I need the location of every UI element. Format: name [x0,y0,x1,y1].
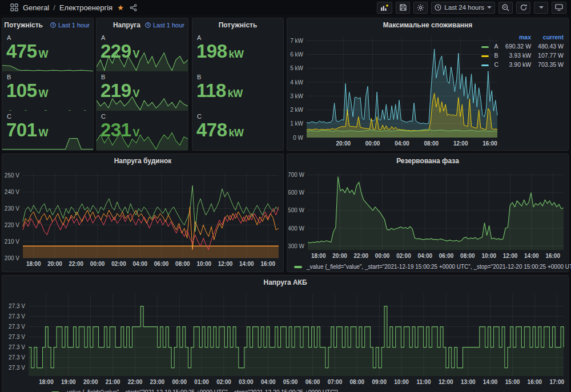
stat-value: 475W [6,41,48,62]
svg-text:12:00: 12:00 [453,140,468,147]
svg-text:10:00: 10:00 [481,253,496,259]
refresh-interval-button[interactable] [534,2,548,14]
svg-text:06:00: 06:00 [439,253,454,259]
svg-text:07:00: 07:00 [328,379,343,385]
svg-text:04:00: 04:00 [261,379,276,385]
series-swatch [294,266,302,268]
time-override-label: Last 1 hour [145,18,184,32]
panel-title[interactable]: Напруга [113,21,140,29]
battery-voltage-chart[interactable]: 27.3 V27.3 V27.3 V27.3 V27.3 V27.3 V27.3… [3,289,567,387]
svg-text:22:00: 22:00 [128,379,143,385]
svg-text:01:00: 01:00 [194,379,209,385]
svg-text:16:00: 16:00 [545,253,560,259]
svg-text:22:00: 22:00 [69,261,84,267]
reserve-phase-chart[interactable]: 300 W400 W500 W600 W700 W18:0020:0022:00… [288,168,567,261]
time-range-picker[interactable]: Last 24 hours [431,2,495,14]
chevron-down-icon [539,6,544,9]
svg-text:08:00: 08:00 [350,379,365,385]
svg-text:230 V: 230 V [5,205,19,212]
share-icon[interactable] [130,4,137,11]
top-nav-bar: General / Електроенергія ★ Last 24 h [0,0,571,15]
svg-text:00:00: 00:00 [365,140,380,147]
svg-text:13:00: 13:00 [461,379,476,385]
chevron-down-icon [487,6,492,9]
svg-text:16:00: 16:00 [482,140,497,147]
svg-text:00:00: 00:00 [90,261,105,267]
series-legend[interactable]: _value {_field="value", _start="2021-12-… [294,264,571,270]
svg-text:20:00: 20:00 [336,140,351,147]
gear-icon [417,4,424,11]
svg-text:1 kW: 1 kW [290,120,303,127]
stat-value: 198kW [196,41,244,62]
svg-text:27.3 V: 27.3 V [9,324,25,330]
svg-text:2 kW: 2 kW [290,107,303,113]
refresh-button[interactable] [516,2,530,14]
series-swatch [481,55,489,57]
add-panel-icon [380,4,389,11]
svg-text:6 kW: 6 kW [290,51,303,58]
svg-text:3 kW: 3 kW [290,93,303,99]
panel-title[interactable]: Максимальне споживання [383,21,473,29]
breadcrumb-separator: / [53,3,55,12]
save-dashboard-button[interactable] [396,2,410,14]
svg-text:15:00: 15:00 [505,379,520,385]
panel-title[interactable]: Напруга АКБ [263,278,307,286]
cycle-view-mode-button[interactable] [552,2,566,14]
legend-row[interactable]: C 3.90 kW 703.35 W [476,60,565,69]
panel-battery-voltage: Напруга АКБ 27.3 V27.3 V27.3 V27.3 V27.3… [2,275,569,392]
svg-text:240 V: 240 V [5,189,19,195]
svg-text:23:00: 23:00 [150,379,165,385]
sparkline [96,96,188,111]
panel-title[interactable]: Потужність [4,21,43,29]
panel-max-consumption: Максимальне споживання 0 W1 kW2 kW3 kW4 … [287,18,569,151]
svg-text:02:00: 02:00 [111,261,126,267]
series-swatch [481,64,489,66]
svg-text:05:00: 05:00 [283,379,298,385]
svg-text:14:00: 14:00 [239,261,254,267]
breadcrumb-dashboard-title[interactable]: Електроенергія [59,3,112,12]
svg-text:27.3 V: 27.3 V [9,313,25,320]
add-panel-button[interactable] [377,2,392,14]
svg-text:20:00: 20:00 [83,379,98,385]
panel-title[interactable]: Потужність [219,21,258,29]
panel-house-voltage: Напруга будинок 200 V210 V220 V230 V240 … [2,153,284,272]
svg-text:04:00: 04:00 [395,140,409,147]
series-legend[interactable]: _value {_field="value", _start="2021-12-… [51,389,338,392]
legend-label: _value {_field="value", _start="2021-12-… [307,264,571,270]
svg-text:08:00: 08:00 [175,261,190,267]
svg-text:22:00: 22:00 [354,253,369,259]
sparkline [96,132,188,150]
panel-voltage-stats: Напруга Last 1 hour A 229V B 219V C 231V [96,18,188,151]
dashboard-settings-button[interactable] [413,2,428,14]
breadcrumb-section[interactable]: General [23,3,49,12]
stat-power-c: C 701W [2,111,93,150]
svg-text:17:00: 17:00 [549,379,564,385]
panel-power-kilowatts: Потужність A 198kW B 118kW C 478kW [192,18,284,151]
panel-title[interactable]: Напруга будинок [114,157,172,165]
svg-text:02:00: 02:00 [216,379,231,385]
sparkline [96,52,188,71]
legend-header-current[interactable]: current [532,33,565,42]
svg-text:19:00: 19:00 [61,379,76,385]
tv-icon [555,4,563,11]
panel-title[interactable]: Резервована фаза [396,157,459,165]
legend-row[interactable]: A 690.32 W 480.43 W [476,42,565,51]
legend-label: _value {_field="value", _start="2021-12-… [64,389,338,392]
clock-icon [145,22,151,28]
svg-text:11:00: 11:00 [416,379,431,385]
apps-icon[interactable] [10,3,18,11]
legend-header-max[interactable]: max [500,33,532,42]
svg-text:27.3 V: 27.3 V [9,354,25,361]
house-voltage-chart[interactable]: 200 V210 V220 V230 V240 V250 V18:0020:00… [3,168,282,270]
star-icon[interactable]: ★ [117,3,124,12]
zoom-out-button[interactable] [498,2,513,14]
svg-text:600 W: 600 W [288,189,305,196]
time-range-label: Last 24 hours [444,4,484,11]
svg-text:700 W: 700 W [288,172,305,178]
legend-row[interactable]: B 3.93 kW 107.77 W [476,51,565,60]
svg-text:10:00: 10:00 [196,261,211,267]
max-consumption-chart[interactable]: 0 W1 kW2 kW3 kW4 kW5 kW6 kW7 kW20:0000:0… [288,32,501,149]
svg-text:500 W: 500 W [288,207,305,213]
stat-power-a: A 475W [2,32,93,71]
svg-text:02:00: 02:00 [396,253,411,259]
